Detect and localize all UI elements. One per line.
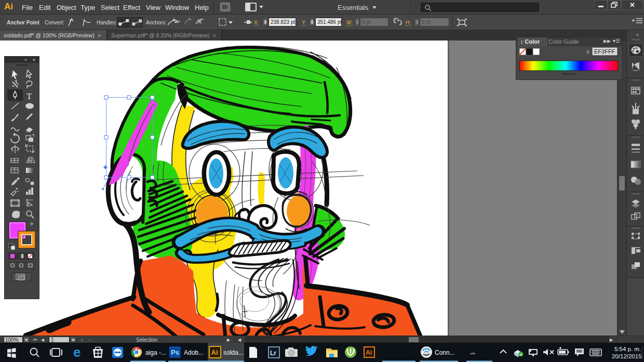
svg-text:Conn...: Conn... bbox=[435, 349, 455, 356]
svg-text:Lr: Lr bbox=[270, 350, 276, 357]
svg-text:5:54 p. m.: 5:54 p. m. bbox=[614, 346, 641, 352]
svg-text:aiga -...: aiga -... bbox=[145, 349, 166, 356]
svg-text:«: « bbox=[24, 57, 27, 62]
svg-text:#: # bbox=[586, 49, 589, 55]
svg-text:EF3FFF: EF3FFF bbox=[594, 48, 615, 55]
svg-text:solda...: solda... bbox=[223, 349, 244, 356]
svg-text:Ai: Ai bbox=[366, 349, 372, 356]
svg-text:«: « bbox=[636, 32, 639, 37]
svg-text:e: e bbox=[73, 344, 81, 360]
svg-text:20/12/2015: 20/12/2015 bbox=[612, 353, 642, 359]
svg-text:✕: ✕ bbox=[32, 58, 36, 62]
svg-text:T: T bbox=[26, 91, 32, 101]
svg-text:Ps: Ps bbox=[171, 348, 179, 356]
svg-text:Ai: Ai bbox=[211, 348, 218, 356]
svg-text:Adob...: Adob... bbox=[184, 349, 204, 356]
